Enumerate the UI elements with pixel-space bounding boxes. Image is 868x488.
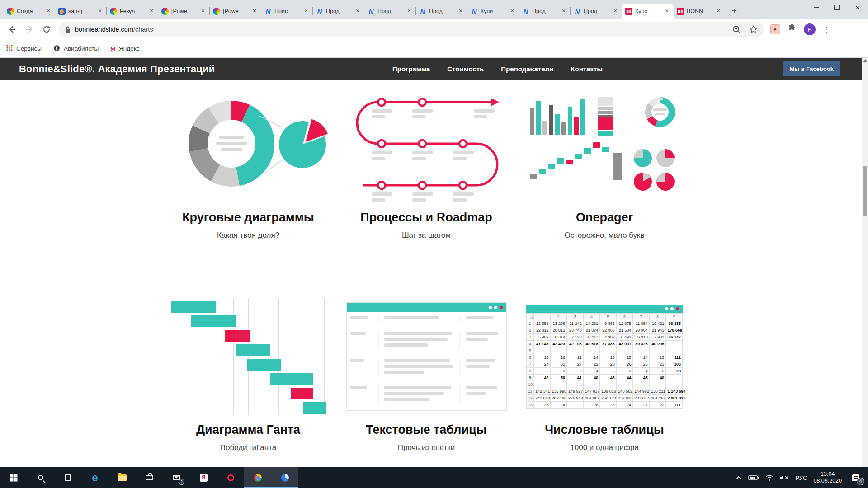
taskbar-clock[interactable]: 13:04 08.09.2020 xyxy=(813,471,842,484)
spreadsheet-row-label: 11 xyxy=(527,388,534,394)
browser-tab[interactable]: Резул× xyxy=(107,4,158,19)
tab-close-icon[interactable]: × xyxy=(354,8,361,15)
gantt-gridline xyxy=(248,298,249,415)
card-roadmap[interactable]: Процессы и Roadmap Шаг за шагом xyxy=(344,85,508,240)
edge-taskbar-button[interactable]: e xyxy=(81,467,108,488)
tab-label: Курс xyxy=(635,8,660,14)
spreadsheet-cell xyxy=(534,347,551,354)
spreadsheet-cell: 31 xyxy=(550,361,567,367)
tab-close-icon[interactable]: × xyxy=(509,8,516,15)
tab-close-icon[interactable]: × xyxy=(560,8,567,15)
maximize-button[interactable] xyxy=(826,0,847,14)
browser-tab[interactable]: NПрод× xyxy=(416,4,467,19)
tray-chevron-up-icon[interactable] xyxy=(736,476,742,480)
mail-taskbar-button[interactable]: 2 xyxy=(163,467,190,488)
gantt-bar xyxy=(270,373,313,385)
browser-tab[interactable]: sap-q× xyxy=(55,4,107,19)
scrollbar-up-arrow-icon[interactable] xyxy=(863,59,867,62)
browser-tab[interactable]: NПрод× xyxy=(313,4,364,19)
card-pie-charts[interactable]: Круговые диаграммы Какая твоя доля? xyxy=(166,85,330,240)
nav-price[interactable]: Стоимость xyxy=(447,65,484,73)
card-gantt[interactable]: Диаграмма Ганта Победи гиГанта xyxy=(166,297,330,452)
opera-taskbar-button[interactable] xyxy=(217,467,244,488)
nav-contacts[interactable]: Контакты xyxy=(571,65,603,73)
back-button[interactable] xyxy=(5,22,20,37)
search-taskbar-button[interactable] xyxy=(27,467,54,488)
spreadsheet-cell: 26 xyxy=(616,361,633,367)
tab-close-icon[interactable]: × xyxy=(406,8,413,15)
spreadsheet-col-header: 1 xyxy=(534,313,551,320)
spreadsheet-row: 441 14542 42342 10842 51837 83343 00139 … xyxy=(527,340,683,347)
nav-teachers[interactable]: Преподаватели xyxy=(501,65,553,73)
minimize-button[interactable] xyxy=(806,0,826,14)
tab-close-icon[interactable]: × xyxy=(199,8,207,15)
tab-label: Прод xyxy=(584,8,609,14)
zoom-out-icon[interactable] xyxy=(732,25,741,34)
site-brand[interactable]: Bonnie&Slide®. Академия Презентаций xyxy=(19,63,215,75)
new-tab-button[interactable]: + xyxy=(728,5,741,17)
yandex-taskbar-button[interactable]: Я xyxy=(190,467,217,488)
spreadsheet-cell xyxy=(666,340,683,347)
tab-label: Прод xyxy=(377,8,403,14)
bookmark-services[interactable]: Сервисы xyxy=(6,45,42,52)
card-text-tables[interactable]: Текстовые таблицы Прочь из клетки xyxy=(344,297,508,452)
action-center-button[interactable]: 4 xyxy=(848,467,863,488)
tab-close-icon[interactable]: × xyxy=(302,8,310,15)
browser-tab[interactable]: [Powe× xyxy=(158,4,210,19)
chrome-taskbar-button[interactable] xyxy=(244,467,271,488)
battery-icon[interactable] xyxy=(748,475,759,481)
tab-close-icon[interactable]: × xyxy=(457,8,464,15)
browser-tab[interactable]: NПрод× xyxy=(519,4,571,19)
bookmark-avia[interactable]: Авиабилеты xyxy=(53,45,99,53)
volume-muted-icon[interactable] xyxy=(780,474,789,481)
scrollbar-thumb[interactable] xyxy=(863,166,867,216)
bookmark-yandex[interactable]: Я Яндекс xyxy=(110,45,139,52)
wifi-icon[interactable] xyxy=(765,474,774,481)
tab-close-icon[interactable]: × xyxy=(612,8,619,15)
nav-program[interactable]: Программа xyxy=(392,65,430,73)
browser-tab[interactable]: NПрод× xyxy=(571,4,622,19)
card-onepager[interactable]: Onepager Осторожно, мало букв xyxy=(523,85,686,240)
store-taskbar-button[interactable] xyxy=(136,467,163,488)
language-indicator[interactable]: РУС xyxy=(795,474,807,481)
spreadsheet-cell: 1 143 694 xyxy=(666,388,683,394)
tab-close-icon[interactable]: × xyxy=(45,8,52,15)
browser-tab[interactable]: NКупи× xyxy=(467,4,519,19)
browser-tab[interactable]: NПоис× xyxy=(261,4,313,19)
task-taskbar-button[interactable] xyxy=(54,467,81,488)
extensions-puzzle-icon[interactable] xyxy=(788,24,797,35)
browser-menu-icon[interactable]: ⋮ xyxy=(823,28,830,31)
refresh-button[interactable] xyxy=(39,22,54,37)
browser-tab[interactable]: BSBONN× xyxy=(674,4,725,19)
browser-tab[interactable]: Созда× xyxy=(4,4,55,19)
spreadsheet-row: 61316121413151415112 xyxy=(527,354,683,361)
browser-tab[interactable]: [Powe× xyxy=(210,4,261,19)
folder-taskbar-button[interactable] xyxy=(108,467,136,488)
start-taskbar-button[interactable] xyxy=(0,467,27,488)
spreadsheet-cell: 5 xyxy=(600,367,617,374)
forward-button[interactable] xyxy=(22,22,37,37)
page-scrollbar[interactable] xyxy=(862,58,868,467)
address-bar[interactable]: bonnieandslide.com/charts xyxy=(59,22,764,37)
spreadsheet-cell xyxy=(649,381,666,388)
tab-close-icon[interactable]: × xyxy=(663,8,670,15)
profile-avatar[interactable]: H xyxy=(804,23,816,35)
gantt-illustration xyxy=(168,298,329,415)
pdf-extension-icon[interactable] xyxy=(770,24,780,34)
close-window-button[interactable]: × xyxy=(847,0,868,14)
tab-close-icon[interactable]: × xyxy=(715,8,722,15)
tab-close-icon[interactable]: × xyxy=(148,8,155,15)
bookmark-star-icon[interactable] xyxy=(749,25,758,34)
spreadsheet-cell: 26 xyxy=(583,401,600,408)
card-subtitle: Шаг за шагом xyxy=(344,231,508,240)
tab-close-icon[interactable]: × xyxy=(96,8,104,15)
browser-tab[interactable]: NПрод× xyxy=(364,4,416,19)
browser-tab[interactable]: BSКурс× xyxy=(622,4,674,19)
card-number-tables[interactable]: 123456789112 35113 29611 24214 2319 8651… xyxy=(523,297,686,452)
spreadsheet-row-label: 7 xyxy=(527,361,534,367)
spreadsheet-row-label: 3 xyxy=(527,333,534,340)
tab-close-icon[interactable]: × xyxy=(251,8,258,15)
yandex-icon: Я xyxy=(110,45,115,52)
facebook-button[interactable]: Мы в Facebook xyxy=(783,61,840,76)
app-taskbar-button[interactable] xyxy=(271,467,298,488)
